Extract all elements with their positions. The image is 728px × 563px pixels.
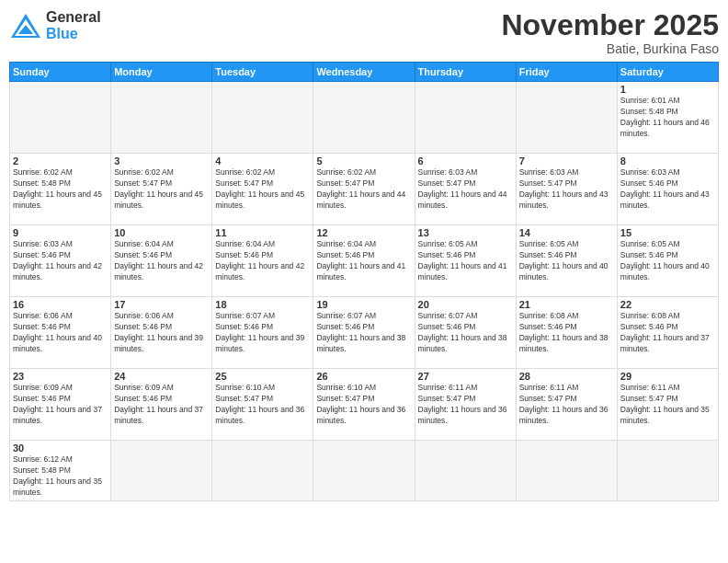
day-number: 2 [13,155,108,167]
calendar-cell: 16Sunrise: 6:06 AMSunset: 5:46 PMDayligh… [10,297,111,369]
day-number: 25 [215,371,310,382]
day-number: 4 [215,155,310,167]
calendar-cell [212,82,313,154]
calendar-cell: 15Sunrise: 6:05 AMSunset: 5:46 PMDayligh… [617,225,718,297]
day-number: 7 [519,155,614,167]
day-header-friday: Friday [516,63,617,82]
title-area: November 2025 Batie, Burkina Faso [501,9,719,56]
day-number: 21 [519,299,614,310]
day-info: Sunrise: 6:06 AMSunset: 5:46 PMDaylight:… [114,311,209,355]
calendar-cell: 11Sunrise: 6:04 AMSunset: 5:46 PMDayligh… [212,225,313,297]
day-number: 8 [620,155,715,167]
day-number: 24 [114,371,209,382]
calendar-cell: 27Sunrise: 6:11 AMSunset: 5:47 PMDayligh… [415,369,516,441]
day-info: Sunrise: 6:11 AMSunset: 5:47 PMDaylight:… [519,383,614,427]
day-info: Sunrise: 6:04 AMSunset: 5:46 PMDaylight:… [114,239,209,283]
day-number: 23 [13,371,108,382]
logo: General Blue [9,9,101,41]
calendar-row-0: 1Sunrise: 6:01 AMSunset: 5:48 PMDaylight… [10,82,719,154]
day-info: Sunrise: 6:06 AMSunset: 5:46 PMDaylight:… [13,311,108,355]
calendar-cell: 9Sunrise: 6:03 AMSunset: 5:46 PMDaylight… [10,225,111,297]
day-number: 14 [519,227,614,238]
calendar-cell: 4Sunrise: 6:02 AMSunset: 5:47 PMDaylight… [212,154,313,225]
calendar-cell [10,82,111,154]
day-info: Sunrise: 6:11 AMSunset: 5:47 PMDaylight:… [418,383,513,427]
day-number: 26 [316,371,411,382]
day-info: Sunrise: 6:10 AMSunset: 5:47 PMDaylight:… [215,383,310,427]
day-number: 29 [620,371,715,382]
day-info: Sunrise: 6:03 AMSunset: 5:46 PMDaylight:… [620,167,715,212]
calendar-row-4: 23Sunrise: 6:09 AMSunset: 5:46 PMDayligh… [10,369,719,441]
day-info: Sunrise: 6:04 AMSunset: 5:46 PMDaylight:… [215,239,310,283]
day-number: 10 [114,227,209,238]
day-number: 11 [215,227,310,238]
calendar-cell [516,441,617,501]
day-info: Sunrise: 6:04 AMSunset: 5:46 PMDaylight:… [316,239,411,283]
day-info: Sunrise: 6:08 AMSunset: 5:46 PMDaylight:… [519,311,614,355]
day-info: Sunrise: 6:03 AMSunset: 5:46 PMDaylight:… [13,239,108,283]
day-info: Sunrise: 6:07 AMSunset: 5:46 PMDaylight:… [316,311,411,355]
calendar-cell: 17Sunrise: 6:06 AMSunset: 5:46 PMDayligh… [111,297,212,369]
day-number: 13 [418,227,513,238]
calendar-cell: 3Sunrise: 6:02 AMSunset: 5:47 PMDaylight… [111,154,212,225]
calendar-cell [111,82,212,154]
calendar-row-3: 16Sunrise: 6:06 AMSunset: 5:46 PMDayligh… [10,297,719,369]
calendar-cell: 2Sunrise: 6:02 AMSunset: 5:48 PMDaylight… [10,154,111,225]
day-info: Sunrise: 6:05 AMSunset: 5:46 PMDaylight:… [519,239,614,283]
logo-text: General Blue [46,9,101,41]
day-info: Sunrise: 6:12 AMSunset: 5:48 PMDaylight:… [13,454,108,499]
day-info: Sunrise: 6:02 AMSunset: 5:47 PMDaylight:… [114,167,209,212]
calendar-row-1: 2Sunrise: 6:02 AMSunset: 5:48 PMDaylight… [10,154,719,225]
calendar-cell: 30Sunrise: 6:12 AMSunset: 5:48 PMDayligh… [10,441,111,501]
month-title: November 2025 [501,9,719,41]
day-info: Sunrise: 6:07 AMSunset: 5:46 PMDaylight:… [418,311,513,355]
calendar-cell [313,441,415,501]
calendar-cell: 12Sunrise: 6:04 AMSunset: 5:46 PMDayligh… [313,225,415,297]
day-header-wednesday: Wednesday [313,63,415,82]
day-number: 18 [215,299,310,310]
day-number: 3 [114,155,209,167]
day-info: Sunrise: 6:02 AMSunset: 5:47 PMDaylight:… [316,167,411,212]
header: General Blue November 2025 Batie, Burkin… [9,9,719,56]
calendar-cell: 6Sunrise: 6:03 AMSunset: 5:47 PMDaylight… [415,154,516,225]
calendar-cell: 14Sunrise: 6:05 AMSunset: 5:46 PMDayligh… [516,225,617,297]
day-info: Sunrise: 6:03 AMSunset: 5:47 PMDaylight:… [418,167,513,212]
calendar-cell [212,441,313,501]
day-number: 9 [13,227,108,238]
day-number: 28 [519,371,614,382]
calendar-cell: 10Sunrise: 6:04 AMSunset: 5:46 PMDayligh… [111,225,212,297]
page: General Blue November 2025 Batie, Burkin… [0,0,728,563]
calendar-cell: 21Sunrise: 6:08 AMSunset: 5:46 PMDayligh… [516,297,617,369]
day-number: 1 [620,84,715,95]
calendar-cell [516,82,617,154]
calendar-table: SundayMondayTuesdayWednesdayThursdayFrid… [9,62,719,501]
day-number: 12 [316,227,411,238]
calendar-cell: 22Sunrise: 6:08 AMSunset: 5:46 PMDayligh… [617,297,718,369]
day-number: 15 [620,227,715,238]
calendar-cell [313,82,415,154]
calendar-row-2: 9Sunrise: 6:03 AMSunset: 5:46 PMDaylight… [10,225,719,297]
calendar-cell: 18Sunrise: 6:07 AMSunset: 5:46 PMDayligh… [212,297,313,369]
day-number: 16 [13,299,108,310]
calendar-cell [415,82,516,154]
calendar-cell: 19Sunrise: 6:07 AMSunset: 5:46 PMDayligh… [313,297,415,369]
day-number: 5 [316,155,411,167]
day-info: Sunrise: 6:05 AMSunset: 5:46 PMDaylight:… [418,239,513,283]
calendar-cell: 13Sunrise: 6:05 AMSunset: 5:46 PMDayligh… [415,225,516,297]
day-number: 22 [620,299,715,310]
day-info: Sunrise: 6:08 AMSunset: 5:46 PMDaylight:… [620,311,715,355]
day-header-tuesday: Tuesday [212,63,313,82]
day-number: 30 [13,442,108,454]
day-info: Sunrise: 6:03 AMSunset: 5:47 PMDaylight:… [519,167,614,212]
calendar-row-5: 30Sunrise: 6:12 AMSunset: 5:48 PMDayligh… [10,441,719,501]
day-number: 19 [316,299,411,310]
day-info: Sunrise: 6:11 AMSunset: 5:47 PMDaylight:… [620,383,715,427]
calendar-cell: 25Sunrise: 6:10 AMSunset: 5:47 PMDayligh… [212,369,313,441]
day-number: 17 [114,299,209,310]
day-info: Sunrise: 6:02 AMSunset: 5:48 PMDaylight:… [13,167,108,212]
calendar-cell: 8Sunrise: 6:03 AMSunset: 5:46 PMDaylight… [617,154,718,225]
day-header-monday: Monday [111,63,212,82]
day-info: Sunrise: 6:02 AMSunset: 5:47 PMDaylight:… [215,167,310,212]
calendar-cell: 7Sunrise: 6:03 AMSunset: 5:47 PMDaylight… [516,154,617,225]
day-info: Sunrise: 6:10 AMSunset: 5:47 PMDaylight:… [316,383,411,427]
